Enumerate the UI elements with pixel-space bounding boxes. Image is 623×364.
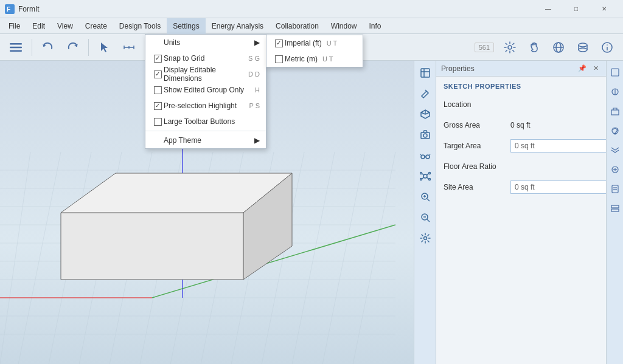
svg-line-70 [426,174,429,176]
properties-panel: Properties 📌 ✕ SKETCH PROPERTIES Locatio… [436,61,606,364]
settings-dropdown: Units ▶ Imperial (ft) U T Metric (m) U T [145,34,266,149]
imperial-option[interactable]: Imperial (ft) U T [266,35,363,51]
snap-checkbox [154,55,162,63]
large-toolbar-label: Large Toolbar Buttons [164,117,260,126]
svg-rect-2 [10,43,22,45]
svg-line-71 [422,177,424,179]
camera-button[interactable] [416,126,434,144]
svg-rect-3 [10,46,22,48]
site-area-row: Site Area [444,180,599,194]
app-theme-label: App Theme [164,136,249,145]
svg-line-69 [422,174,424,176]
target-area-input[interactable] [510,139,610,153]
sketch-properties-title: SKETCH PROPERTIES [444,83,599,90]
network-button[interactable] [416,167,434,185]
properties-pin-button[interactable]: 📌 [577,63,588,74]
menu-settings[interactable]: Settings [167,18,205,34]
menu-energy-analysis[interactable]: Energy Analysis [206,18,270,34]
large-toolbar-checkbox [154,118,162,126]
show-edited-group-item[interactable]: Show Edited Group Only H [145,82,266,98]
app-title: FormIt [18,5,534,13]
gross-area-row: Gross Area 0 sq ft [444,118,599,132]
svg-point-16 [579,48,587,52]
zoom-out-button[interactable] [416,208,434,227]
close-button[interactable]: ✕ [590,0,618,18]
metric-checkbox [275,55,283,63]
svg-rect-94 [611,209,619,211]
panel-icon-3[interactable] [608,102,622,120]
toolbar-separator-1 [32,39,32,56]
hamburger-button[interactable] [5,36,27,58]
menu-info[interactable]: Info [363,18,388,34]
pencil-edit-button[interactable] [416,84,434,103]
cube-button[interactable] [416,105,434,123]
show-edited-shortcut: H [255,86,260,94]
panel-icon-8[interactable] [608,199,622,218]
cylinder-button[interactable] [572,36,594,58]
app-theme-item[interactable]: App Theme ▶ [145,132,266,148]
display-dim-shortcut: D D [248,70,260,78]
svg-point-19 [607,44,608,46]
globe-button[interactable] [548,36,569,58]
snap-to-grid-item[interactable]: Snap to Grid S G [145,50,266,66]
panel-icon-7[interactable] [608,180,622,198]
settings-button[interactable] [499,36,521,58]
svg-line-78 [427,219,430,222]
location-row: Location [444,97,599,112]
panel-icon-6[interactable] [608,160,622,179]
menu-view[interactable]: View [51,18,79,34]
snap-check [151,55,164,63]
snap-shortcut: S G [248,55,260,62]
display-dim-label: Display Editable Dimensions [164,66,241,83]
svg-point-86 [614,133,616,134]
redo-button[interactable] [61,36,83,58]
display-dim-check [151,70,164,78]
minimize-button[interactable]: — [534,0,562,18]
menu-design-tools[interactable]: Design Tools [113,18,167,34]
gross-area-label: Gross Area [444,121,510,129]
menu-edit[interactable]: Edit [26,18,51,34]
info-button[interactable] [596,36,618,58]
measure-button[interactable] [118,36,140,58]
toolbar-separator-2 [88,39,89,56]
imperial-shortcut: U T [327,39,338,47]
metric-option[interactable]: Metric (m) U T [266,51,363,67]
svg-marker-47 [61,213,243,280]
show-edited-label: Show Edited Group Only [164,86,248,94]
settings-units-item[interactable]: Units ▶ Imperial (ft) U T Metric (m) U T [145,35,266,50]
select-button[interactable] [94,36,116,58]
properties-close-button[interactable]: ✕ [590,63,601,74]
panel-icon-2[interactable] [608,83,622,101]
glasses-button[interactable] [416,146,434,165]
target-area-label: Target Area [444,142,510,150]
menu-create[interactable]: Create [79,18,113,34]
undo-button[interactable] [37,36,59,58]
site-area-input[interactable] [510,180,610,194]
preselection-label: Pre-selection Highlight [164,101,242,110]
gross-area-value: 0 sq ft [510,121,599,129]
menu-file[interactable]: File [2,18,26,34]
preselection-item[interactable]: Pre-selection Highlight P S [145,98,266,114]
preselection-check [151,102,164,110]
svg-point-58 [423,134,427,137]
show-edited-check [151,86,164,94]
panel-icon-4[interactable] [608,122,622,140]
display-dimensions-item[interactable]: Display Editable Dimensions D D [145,66,266,82]
zoom-in-button[interactable] [416,188,434,206]
metric-check [273,55,285,63]
site-area-label: Site Area [444,183,510,191]
svg-line-63 [430,154,430,155]
menu-collaboration[interactable]: Collaboration [270,18,325,34]
panel-icon-5[interactable] [608,141,622,159]
frame-view-button[interactable] [416,64,434,82]
svg-point-59 [421,155,425,159]
units-arrow: ▶ [254,38,260,47]
settings-view-button[interactable] [416,229,434,247]
maximize-button[interactable]: □ [562,0,590,18]
preselection-checkbox [154,102,162,110]
menu-window[interactable]: Window [325,18,363,34]
hand-button[interactable] [523,36,545,58]
svg-rect-84 [611,110,619,115]
large-toolbar-item[interactable]: Large Toolbar Buttons [145,114,266,129]
panel-icon-1[interactable] [608,63,622,81]
